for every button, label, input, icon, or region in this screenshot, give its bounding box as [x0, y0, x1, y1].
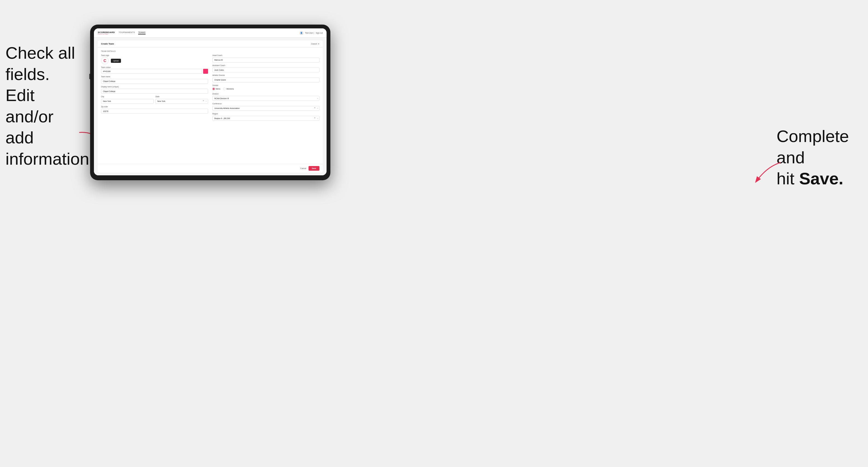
team-logo-label: Team logo [101, 54, 208, 56]
logo-letter: C [103, 58, 106, 63]
zip-group: Zip code [101, 106, 208, 114]
conference-label: Conference [212, 103, 319, 104]
upload-button[interactable]: Upload [111, 59, 121, 63]
form-title: Create Team [101, 42, 114, 45]
instruction-right-line1: Complete and [777, 127, 849, 167]
team-name-input[interactable] [101, 79, 208, 84]
brand-logo: SCOREBOARD Powered by clippd [98, 31, 115, 35]
nav-user: 👤 Test User | Sign out [300, 31, 323, 35]
conference-chevron-icon: ⌄ [317, 107, 318, 109]
nav-tournaments[interactable]: TOURNAMENTS [119, 31, 135, 34]
form-header: Create Team Cancel ✕ [98, 40, 323, 48]
logo-circle: C [101, 57, 109, 64]
city-label: City [101, 96, 154, 97]
form-body: TEAM DETAILS Team logo C [98, 48, 323, 164]
conference-clear-icon[interactable]: ✕ [314, 107, 316, 109]
region-label: Region [212, 113, 319, 115]
sign-out-link[interactable]: Sign out [316, 32, 323, 34]
gender-mens-option[interactable]: Mens [212, 88, 220, 90]
section-title: TEAM DETAILS [101, 50, 319, 52]
instruction-line1: Check all fields. [5, 43, 75, 84]
instruction-left: Check all fields. Edit and/or add inform… [5, 42, 82, 169]
instruction-line2: Edit and/or add [5, 86, 54, 147]
tablet-device: SCOREBOARD Powered by clippd TOURNAMENTS… [90, 25, 330, 180]
athletic-director-label: Athletic Director [212, 74, 319, 76]
region-clear-icon[interactable]: ✕ [314, 117, 316, 119]
save-button[interactable]: Save [309, 166, 319, 171]
city-input[interactable] [101, 99, 154, 104]
region-group: Region ✕ ⌄ [212, 113, 319, 121]
team-name-group: Team name [101, 76, 208, 84]
zip-input[interactable] [101, 109, 208, 114]
team-colour-label: Team colour [101, 66, 208, 68]
head-coach-input[interactable] [212, 58, 319, 63]
colour-input-row [101, 69, 208, 74]
city-state-row: City State ✕ ⌄ [101, 96, 208, 106]
gender-row: Mens Womens [212, 87, 319, 91]
nav-links: TOURNAMENTS TEAMS [119, 31, 296, 34]
nav-teams[interactable]: TEAMS [138, 31, 146, 34]
team-logo-group: Team logo C Upload [101, 54, 208, 64]
display-name-label: Display name (unique) [101, 86, 208, 88]
close-icon: ✕ [318, 43, 319, 45]
athletic-director-input[interactable] [212, 77, 319, 83]
conference-input[interactable] [212, 106, 319, 111]
division-input[interactable] [212, 96, 319, 101]
region-input[interactable] [212, 116, 319, 121]
tablet-side-button [89, 74, 90, 79]
colour-swatch [203, 69, 208, 74]
instruction-line3: information. [5, 149, 94, 168]
cancel-button[interactable]: Cancel [300, 167, 306, 169]
division-select-wrapper [212, 95, 319, 101]
region-select-wrapper: ✕ ⌄ [212, 115, 319, 121]
radio-womens-dot [223, 88, 225, 90]
state-clear-icon[interactable]: ✕ [203, 100, 204, 102]
main-content: Create Team Cancel ✕ TEAM DETAILS [94, 38, 327, 175]
brand-sub: Powered by clippd [98, 34, 115, 35]
city-group: City [101, 96, 154, 104]
conference-group: Conference ✕ ⌄ [212, 103, 319, 111]
division-label: Division [212, 93, 319, 95]
form-col-left: Team logo C Upload Team colo [101, 54, 208, 123]
instruction-right-bold: Save. [799, 169, 843, 188]
state-select-wrapper: ✕ ⌄ [155, 98, 208, 104]
athletic-director-group: Athletic Director [212, 74, 319, 83]
region-chevron-icon: ⌄ [317, 117, 318, 119]
form-footer: Cancel Save [98, 164, 323, 173]
display-name-group: Display name (unique) [101, 86, 208, 94]
assistant-coach-input[interactable] [212, 67, 319, 72]
form-col-right: Head Coach Assistant Coach Athletic Dire… [212, 54, 319, 123]
gender-group: Gender Mens Womens [212, 84, 319, 91]
cancel-header[interactable]: Cancel ✕ [311, 43, 319, 45]
tablet-screen: SCOREBOARD Powered by clippd TOURNAMENTS… [94, 28, 327, 175]
user-name: Test User | [305, 32, 314, 34]
radio-mens-dot [212, 88, 215, 90]
state-input[interactable] [155, 99, 208, 104]
form-card: Create Team Cancel ✕ TEAM DETAILS [98, 40, 323, 173]
team-name-label: Team name [101, 76, 208, 77]
gender-womens-option[interactable]: Womens [223, 88, 234, 90]
zip-label: Zip code [101, 106, 208, 107]
head-coach-label: Head Coach [212, 54, 319, 56]
state-chevron-icon: ⌄ [205, 100, 207, 102]
state-group: State ✕ ⌄ [155, 96, 208, 104]
cancel-label: Cancel [311, 43, 317, 45]
head-coach-group: Head Coach [212, 54, 319, 63]
assistant-coach-group: Assistant Coach [212, 64, 319, 73]
gender-womens-label: Womens [226, 88, 234, 90]
user-avatar: 👤 [300, 31, 303, 35]
state-label: State [155, 96, 208, 97]
gender-label: Gender [212, 84, 319, 86]
team-colour-group: Team colour [101, 66, 208, 74]
division-group: Division [212, 93, 319, 101]
navbar: SCOREBOARD Powered by clippd TOURNAMENTS… [94, 28, 327, 38]
arrow-right-icon [748, 161, 783, 184]
form-columns: Team logo C Upload Team colo [101, 54, 319, 123]
assistant-coach-label: Assistant Coach [212, 64, 319, 66]
display-name-input[interactable] [101, 89, 208, 94]
conference-select-wrapper: ✕ ⌄ [212, 105, 319, 111]
gender-mens-label: Mens [216, 88, 220, 90]
logo-section: C Upload [101, 57, 208, 64]
instruction-right: Complete and hit Save. [777, 126, 861, 189]
team-colour-input[interactable] [101, 69, 202, 74]
